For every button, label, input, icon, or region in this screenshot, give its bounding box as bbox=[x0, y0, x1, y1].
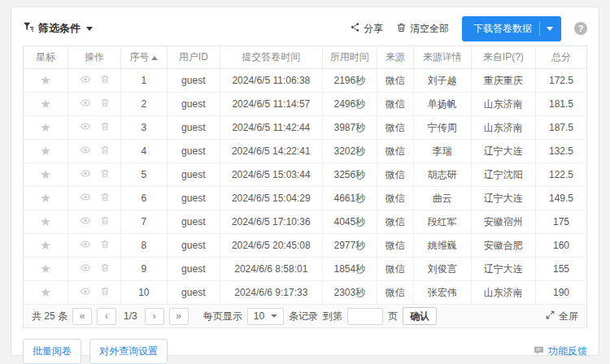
view-answer-icon[interactable] bbox=[79, 215, 92, 228]
cell-star: ★ bbox=[24, 69, 68, 93]
cell-submit-time: 2024/6/6 9:17:33 bbox=[220, 281, 322, 305]
header-star: 星标 bbox=[24, 46, 68, 69]
per-page-select[interactable]: 10 bbox=[247, 308, 284, 325]
cell-source-detail: 张宏伟 bbox=[413, 281, 471, 305]
table-row: ★2guest2024/6/5 11:14:572496秒微信单扬帆山东济南18… bbox=[24, 93, 587, 116]
view-answer-icon[interactable] bbox=[79, 121, 92, 134]
star-icon[interactable]: ★ bbox=[40, 73, 50, 87]
header-user-id: 用户ID bbox=[167, 46, 220, 69]
cell-star: ★ bbox=[24, 187, 68, 210]
delete-answer-icon[interactable] bbox=[100, 262, 110, 275]
fullscreen-icon bbox=[545, 310, 556, 323]
cell-seq: 2 bbox=[120, 93, 167, 116]
confirm-button[interactable]: 确认 bbox=[403, 307, 437, 325]
header-source: 来源 bbox=[377, 46, 413, 69]
table-row: ★1guest2024/6/5 11:06:382196秒微信刘子越重庆重庆17… bbox=[24, 69, 587, 93]
cell-user-id: guest bbox=[167, 258, 220, 281]
view-answer-icon[interactable] bbox=[79, 262, 92, 275]
cell-seq: 9 bbox=[120, 258, 167, 281]
prev-page-button[interactable]: ‹ bbox=[97, 308, 116, 325]
cell-duration: 1854秒 bbox=[322, 258, 377, 281]
next-page-button[interactable]: › bbox=[145, 308, 164, 325]
cell-submit-time: 2024/6/5 14:22:41 bbox=[220, 140, 322, 163]
cell-duration: 4661秒 bbox=[322, 187, 377, 210]
star-icon[interactable]: ★ bbox=[40, 191, 50, 205]
download-answers-button[interactable]: 下载答卷数据 bbox=[462, 16, 561, 41]
feedback-button[interactable]: 功能反馈 bbox=[534, 344, 587, 358]
header-score: 总分 bbox=[535, 46, 586, 69]
cell-submit-time: 2024/6/5 11:42:44 bbox=[220, 116, 322, 140]
sort-asc-icon bbox=[151, 56, 158, 60]
cell-user-id: guest bbox=[167, 69, 220, 93]
star-icon[interactable]: ★ bbox=[40, 214, 50, 228]
view-answer-icon[interactable] bbox=[79, 98, 92, 110]
filter-conditions-button[interactable]: 筛选条件 bbox=[23, 21, 93, 36]
cell-source-detail: 胡志研 bbox=[413, 163, 471, 187]
external-query-settings-button[interactable]: 对外查询设置 bbox=[89, 339, 168, 364]
star-icon[interactable]: ★ bbox=[40, 97, 50, 110]
cell-ip: 山东济南 bbox=[471, 93, 535, 116]
help-icon[interactable]: ? bbox=[574, 22, 587, 35]
table-row: ★9guest2024/6/6 8:58:011854秒微信刘俊言辽宁大连155 bbox=[24, 258, 587, 281]
view-answer-icon[interactable] bbox=[79, 168, 92, 181]
share-button[interactable]: 分享 bbox=[350, 22, 383, 36]
first-page-button[interactable]: « bbox=[72, 308, 92, 325]
table-row: ★8guest2024/6/5 20:45:082977秒微信姚维巍安徽合肥16… bbox=[24, 234, 587, 258]
delete-answer-icon[interactable] bbox=[100, 215, 110, 228]
cell-source-detail: 刘子越 bbox=[413, 69, 471, 93]
cell-score: 132.5 bbox=[535, 140, 586, 163]
cell-submit-time: 2024/6/5 15:04:29 bbox=[220, 187, 322, 210]
header-ip: 来自IP(?) bbox=[471, 46, 535, 69]
last-page-button[interactable]: » bbox=[169, 308, 189, 325]
star-icon[interactable]: ★ bbox=[40, 285, 50, 299]
fullscreen-label: 全屏 bbox=[559, 310, 578, 323]
delete-answer-icon[interactable] bbox=[100, 168, 110, 181]
cell-source: 微信 bbox=[377, 116, 413, 140]
cell-source: 微信 bbox=[377, 258, 413, 281]
star-icon[interactable]: ★ bbox=[40, 262, 50, 275]
delete-answer-icon[interactable] bbox=[100, 286, 110, 299]
cell-source: 微信 bbox=[377, 93, 413, 116]
cell-duration: 3987秒 bbox=[322, 116, 377, 140]
delete-answer-icon[interactable] bbox=[100, 98, 110, 110]
cell-operations bbox=[68, 69, 120, 93]
cell-user-id: guest bbox=[167, 93, 220, 116]
view-answer-icon[interactable] bbox=[79, 145, 92, 158]
toolbar-actions: 分享 清空全部 下载答卷数据 ? bbox=[350, 16, 587, 41]
fullscreen-button[interactable]: 全屏 bbox=[545, 310, 578, 323]
header-duration: 所用时间 bbox=[322, 46, 377, 69]
speech-bubble-icon bbox=[534, 345, 544, 358]
responses-table: 星标 操作 序号 用户ID 提交答卷时间 所用时间 来源 来源详情 来自IP(?… bbox=[23, 46, 587, 305]
star-icon[interactable]: ★ bbox=[40, 238, 50, 252]
clear-all-button[interactable]: 清空全部 bbox=[396, 22, 449, 36]
table-row: ★6guest2024/6/5 15:04:294661秒微信曲云辽宁大连149… bbox=[24, 187, 587, 210]
filter-icon bbox=[23, 21, 34, 36]
cell-operations bbox=[68, 93, 120, 116]
view-answer-icon[interactable] bbox=[79, 239, 92, 252]
cell-star: ★ bbox=[24, 210, 68, 234]
cell-operations bbox=[68, 234, 120, 258]
cell-star: ★ bbox=[24, 116, 68, 140]
goto-page-input[interactable] bbox=[347, 308, 383, 325]
delete-answer-icon[interactable] bbox=[100, 192, 110, 205]
view-answer-icon[interactable] bbox=[79, 192, 92, 205]
table-row: ★5guest2024/6/5 15:03:443256秒微信胡志研辽宁沈阳12… bbox=[24, 163, 587, 187]
header-seq-sortable[interactable]: 序号 bbox=[120, 46, 167, 69]
cell-operations bbox=[68, 258, 120, 281]
cell-operations bbox=[68, 210, 120, 234]
star-icon[interactable]: ★ bbox=[40, 167, 50, 181]
batch-review-button[interactable]: 批量阅卷 bbox=[23, 339, 81, 364]
delete-answer-icon[interactable] bbox=[100, 74, 110, 87]
filter-conditions-label: 筛选条件 bbox=[38, 21, 81, 36]
view-answer-icon[interactable] bbox=[79, 74, 92, 87]
delete-answer-icon[interactable] bbox=[100, 145, 110, 158]
cell-submit-time: 2024/6/5 20:45:08 bbox=[220, 234, 322, 258]
cell-user-id: guest bbox=[167, 163, 220, 187]
view-answer-icon[interactable] bbox=[79, 286, 92, 299]
download-answers-label: 下载答卷数据 bbox=[473, 22, 540, 36]
delete-answer-icon[interactable] bbox=[100, 239, 110, 252]
toolbar: 筛选条件 分享 清空全部 下载答卷数据 ? bbox=[23, 17, 587, 40]
delete-answer-icon[interactable] bbox=[100, 121, 110, 134]
star-icon[interactable]: ★ bbox=[40, 144, 50, 158]
star-icon[interactable]: ★ bbox=[40, 120, 50, 134]
